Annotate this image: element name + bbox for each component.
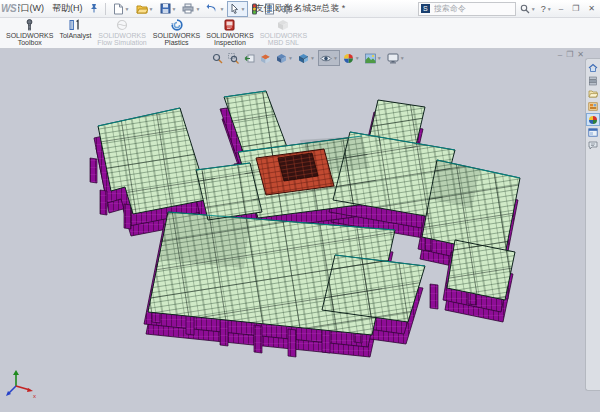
toolbar-separator [105, 3, 106, 15]
file-properties-button[interactable] [261, 1, 278, 17]
search-input[interactable] [432, 3, 508, 14]
menu-window[interactable]: 窗口(W) [18, 2, 48, 15]
properties-window-icon [588, 128, 598, 137]
dropdown-arrow-icon: ▼ [547, 6, 552, 12]
search-magnifier-button[interactable]: ▼ [519, 4, 537, 14]
solidworks-forum-tab[interactable] [587, 140, 599, 151]
file-explorer-tab[interactable] [587, 88, 599, 99]
reference-triad: x [6, 370, 36, 399]
pin-icon[interactable] [90, 3, 98, 15]
addin-flow-simulation[interactable]: SOLIDWORKS Flow Simulation [94, 17, 149, 48]
home-tab[interactable] [587, 62, 599, 73]
help-label: ? [541, 4, 546, 14]
zoom-to-fit-button[interactable] [210, 50, 225, 66]
new-button[interactable]: ▼ [110, 1, 133, 17]
close-button[interactable]: ✕ [585, 1, 598, 16]
stair-void [278, 153, 318, 181]
title-bar: WS 窗口(W) 帮助(H) ▼ ▼ ▼ ▼ ▼ ▼ [0, 0, 600, 18]
dropdown-arrow-icon: ▼ [240, 6, 245, 12]
view-cube-icon [276, 53, 287, 64]
solidworks-window: WS 窗口(W) 帮助(H) ▼ ▼ ▼ ▼ ▼ ▼ [0, 0, 600, 412]
dropdown-arrow-icon: ▼ [333, 55, 338, 61]
options-button[interactable]: ▼ [278, 1, 302, 17]
view-settings-button[interactable]: ▼ [385, 50, 407, 66]
view-palette-icon [588, 102, 598, 111]
addin-solidworks-toolbox[interactable]: SOLIDWORKS Toolbox [3, 17, 56, 48]
toolbox-bolt-icon [24, 19, 35, 31]
inspection-icon [224, 19, 235, 31]
view-orientation-button[interactable]: ▼ [274, 50, 295, 66]
minimize-button[interactable]: – [556, 1, 566, 16]
addin-inspection[interactable]: SOLIDWORKS Inspection [203, 17, 256, 48]
rebuild-trafficlight-icon [251, 3, 258, 15]
addin-label: SOLIDWORKS [260, 32, 307, 39]
dropdown-arrow-icon: ▼ [400, 55, 405, 61]
options-gear-icon [281, 3, 293, 15]
display-style-button[interactable]: ▼ [296, 50, 317, 66]
file-properties-icon [264, 3, 275, 15]
section-view-icon [260, 53, 271, 64]
addin-label: SOLIDWORKS [153, 32, 200, 39]
addin-plastics[interactable]: SOLIDWORKS Plastics [150, 17, 203, 48]
design-library-icon [588, 76, 598, 86]
doc-restore-button[interactable]: ❐ [566, 50, 573, 59]
previous-view-button[interactable] [242, 50, 257, 66]
apply-scene-button[interactable]: ▼ [363, 50, 384, 66]
undo-arrow-icon [206, 3, 218, 14]
doc-minimize-button[interactable]: – [558, 50, 562, 59]
dropdown-arrow-icon: ▼ [172, 6, 177, 12]
flow-simulation-icon [116, 19, 128, 31]
titlebar-right-group: S ▼ ? ▼ – ❐ ✕ [414, 1, 598, 16]
zoom-area-magnifier-icon [228, 53, 239, 64]
dropdown-arrow-icon: ▼ [149, 6, 154, 12]
monitor-icon [387, 53, 399, 64]
graphics-viewport[interactable]: x ▼ ▼ [0, 48, 600, 412]
addin-label: Toolbox [18, 39, 42, 46]
scene-icon [365, 53, 376, 64]
help-button[interactable]: ? ▼ [540, 4, 553, 14]
addin-tolanalyst[interactable]: TolAnalyst [56, 17, 94, 48]
zoom-to-area-button[interactable] [226, 50, 241, 66]
addin-label: SOLIDWORKS [206, 32, 253, 39]
view-palette-tab[interactable] [587, 101, 599, 112]
addin-label: Flow Simulation [97, 39, 146, 46]
dropdown-arrow-icon: ▼ [294, 6, 299, 12]
save-disk-icon [160, 3, 171, 14]
addin-mbd-snl[interactable]: SOLIDWORKS MBD SNL [257, 17, 310, 48]
undo-button[interactable]: ▼ [203, 1, 227, 17]
custom-properties-tab[interactable] [587, 127, 599, 138]
dropdown-arrow-icon: ▼ [531, 6, 536, 12]
folder-icon [588, 89, 598, 98]
addin-label: MBD SNL [268, 39, 299, 46]
hide-show-items-button[interactable]: ▼ [318, 50, 340, 66]
tolanalyst-icon [69, 19, 81, 31]
dropdown-arrow-icon: ▼ [195, 6, 200, 12]
addin-label: TolAnalyst [59, 32, 91, 39]
new-doc-icon [113, 3, 124, 15]
save-button[interactable]: ▼ [157, 1, 180, 17]
addin-label: SOLIDWORKS [6, 32, 53, 39]
design-library-tab[interactable] [587, 75, 599, 86]
select-button[interactable]: ▼ [227, 1, 248, 17]
open-button[interactable]: ▼ [133, 1, 157, 17]
plastics-icon [171, 19, 183, 31]
select-cursor-icon [230, 3, 239, 14]
appearances-scenes-tab[interactable] [587, 114, 599, 125]
rebuild-button[interactable] [248, 1, 261, 17]
menu-help[interactable]: 帮助(H) [48, 2, 87, 15]
solidworks-badge-icon: S [421, 4, 430, 13]
print-button[interactable]: ▼ [179, 1, 203, 17]
addin-label: SOLIDWORKS [98, 32, 145, 39]
mbd-snl-icon [277, 19, 289, 31]
restore-button[interactable]: ❐ [569, 1, 582, 16]
formwork-model[interactable]: x [0, 48, 600, 412]
dropdown-arrow-icon: ▼ [125, 6, 130, 12]
magnifier-icon [520, 4, 530, 14]
edit-appearance-button[interactable]: ▼ [341, 50, 362, 66]
printer-icon [182, 3, 194, 14]
section-view-button[interactable] [258, 50, 273, 66]
hide-show-eye-icon [320, 53, 332, 64]
command-search-box[interactable]: S [418, 2, 516, 16]
doc-close-button[interactable]: ✕ [577, 50, 584, 59]
task-pane-strip [585, 58, 600, 391]
